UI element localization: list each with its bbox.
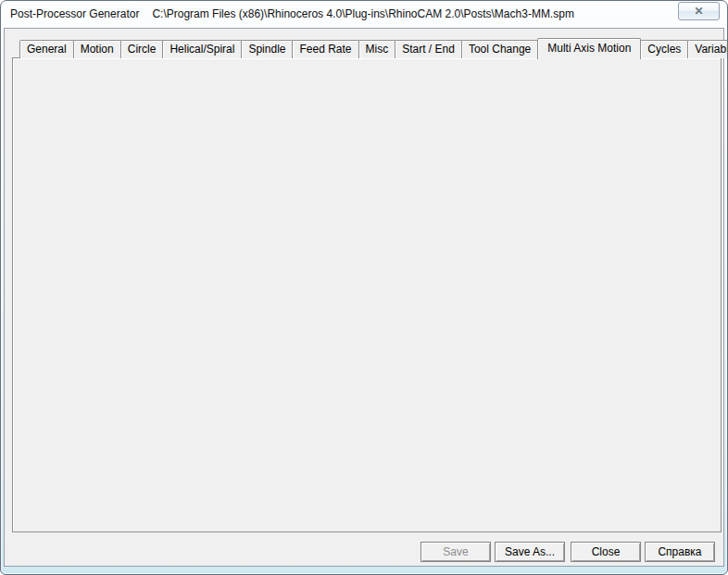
save-as-button[interactable]: Save As...: [495, 542, 565, 562]
app-title: Post-Processor Generator: [10, 7, 139, 20]
help-button[interactable]: Справка: [645, 542, 715, 562]
tab-spindle[interactable]: Spindle: [241, 40, 293, 58]
tab-motion[interactable]: Motion: [73, 40, 121, 58]
tab-multi-axis-motion[interactable]: Multi Axis Motion: [537, 38, 641, 59]
close-button[interactable]: ✕: [678, 2, 720, 20]
tab-content-pane: [12, 57, 722, 532]
tab-start-end[interactable]: Start / End: [395, 40, 462, 58]
tab-strip: General Motion Circle Helical/Spiral Spi…: [20, 37, 728, 58]
titlebar: Post-Processor GeneratorC:\Program Files…: [1, 1, 727, 28]
close-dialog-button[interactable]: Close: [571, 542, 641, 562]
window-title: Post-Processor GeneratorC:\Program Files…: [10, 7, 574, 20]
file-path: C:\Program Files (x86)\Rhinoceros 4.0\Pl…: [152, 7, 573, 20]
tab-variables[interactable]: Variables: [687, 40, 728, 58]
dialog-client-area: General Motion Circle Helical/Spiral Spi…: [4, 28, 724, 567]
post-processor-generator-dialog: Post-Processor GeneratorC:\Program Files…: [0, 0, 728, 575]
save-button[interactable]: Save: [420, 542, 491, 562]
tab-tool-change[interactable]: Tool Change: [461, 40, 538, 58]
tab-circle[interactable]: Circle: [120, 40, 164, 58]
tab-general[interactable]: General: [19, 40, 74, 58]
tab-feed-rate[interactable]: Feed Rate: [292, 40, 358, 58]
tab-misc[interactable]: Misc: [358, 40, 396, 58]
tab-helical-spiral[interactable]: Helical/Spiral: [162, 40, 242, 58]
tab-cycles[interactable]: Cycles: [640, 40, 688, 58]
close-icon: ✕: [694, 5, 703, 18]
